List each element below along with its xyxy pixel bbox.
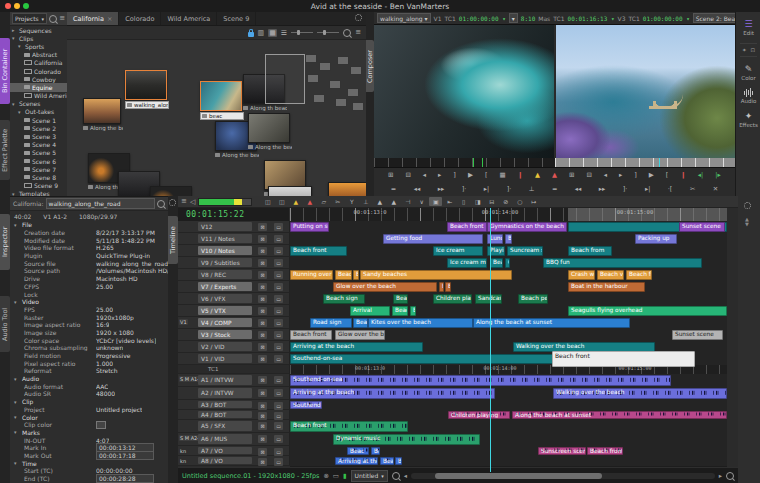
track-monitor-icon[interactable]: ▭ [274,402,283,410]
clip[interactable]: Beach front [290,421,408,433]
track-monitor-icon[interactable]: ▭ [274,389,283,397]
mini-clip-icon[interactable] [313,94,325,103]
clip[interactable]: Be [445,282,451,293]
clip[interactable]: Beach from [568,246,612,257]
bin-tab-colorado[interactable]: Colorado [119,12,161,25]
clip[interactable]: Beach front [447,222,487,233]
track-label[interactable]: A3 / BOT [198,401,252,408]
timeline-tool-button[interactable]: ◨ [471,197,484,206]
timeline-tool-button[interactable]: ∨ [415,197,428,206]
bin-clip-thumbnail[interactable]: beac [200,81,244,120]
dock-tab-bin-container[interactable]: Bin Container [0,38,10,104]
track-monitor-icon[interactable]: ⊠ [258,295,267,303]
track-label[interactable]: A4 / BOT [198,411,252,418]
clip[interactable]: Glow over the beach [333,282,437,293]
track-monitor-icon[interactable]: ▭ [274,223,283,231]
bin-tab-scene-9[interactable]: Scene 9 [217,12,256,25]
tool-icon[interactable]: ✦ [742,47,747,53]
clip[interactable]: Sunscreen scene [538,447,586,456]
clip[interactable]: Children playing [433,294,472,305]
clip[interactable]: Packing up [635,234,677,245]
clip[interactable]: Sandcastles [475,294,502,305]
clip[interactable]: Putting on sunglas [290,222,329,233]
bin-clip-thumbnail[interactable]: walking_along_the_road [125,70,169,109]
bin-tab-wild-america[interactable]: Wild America [161,12,217,25]
track-monitor-icon[interactable]: ▭ [274,295,283,303]
dock-tab-effect-palette[interactable]: Effect Palette [0,120,10,180]
zoom-fwd-icon[interactable]: ▸ [719,472,722,480]
search-icon[interactable] [49,15,57,23]
clip[interactable]: Be [395,457,402,466]
mini-icons[interactable]: ✦⊡ [736,47,760,53]
clip[interactable]: Seagulls flying overhead [568,306,727,317]
clip[interactable]: Boat in the harbour [568,282,645,293]
transport-button[interactable]: ▲ [552,172,557,179]
clip-name-field[interactable]: walking_along_the_road [46,198,155,209]
clip[interactable]: Be [371,447,380,456]
track-monitor-icon[interactable]: ⊠ [258,271,267,279]
transport-button[interactable]: [ [666,172,669,179]
menu-icon[interactable]: ≡ [59,15,65,22]
track-label[interactable]: V10 / Notes [198,246,252,255]
mini-clip-icon[interactable] [307,74,319,83]
transport-button[interactable]: ]· [623,186,628,193]
track-label[interactable]: V7 / Experts [198,282,252,291]
composer-dock-tab[interactable]: Composer [366,40,374,92]
mini-clip-icon[interactable] [319,62,331,71]
clip[interactable]: Beach front [290,330,332,341]
workspace-color-button[interactable]: ✎Color [736,64,760,81]
track-monitor-icon[interactable]: ⊠ [258,331,267,339]
track-header-v7[interactable]: V7 / Experts⊠▭ [178,281,290,293]
timeline-tool-button[interactable]: ⊥ [359,197,372,206]
clip[interactable]: Suncream scene [507,246,543,257]
sequence-selector[interactable]: Untitled▾ [351,470,388,482]
tool-icon[interactable]: ⊡ [751,47,756,53]
track-header-a1[interactable]: S M A1◂A1 / INTVW⊠▭ [178,374,290,387]
tree-item-scene-1[interactable]: Scene 1 [10,116,67,124]
timeline-tool-button[interactable]: ⊘ [499,197,512,206]
mini-clip-icon[interactable] [350,66,362,75]
section-header-audio[interactable]: ▾Audio [10,375,168,383]
track-header-v1[interactable]: V1 / VID⊠▭ [178,353,290,365]
clip[interactable]: Beach [335,270,352,281]
clip[interactable]: Southend-on-sea [290,375,671,387]
clip[interactable]: Along the beach at sunset [473,318,630,329]
track-monitor-icon[interactable]: ⊠ [258,376,267,384]
clip[interactable]: Beach view [597,270,624,281]
track-label[interactable]: A5 / SFX [198,421,252,431]
timeline-tool-button[interactable]: ▱ [317,197,330,206]
thumb-size-slider[interactable] [291,32,313,33]
record-position-bar[interactable] [555,158,736,167]
transport-button[interactable]: ▸▸ [438,186,445,193]
clip[interactable]: Beac [380,457,394,466]
track-monitor-icon[interactable]: ⊠ [258,448,267,456]
tree-item-sequences[interactable]: ▸Sequences [10,26,67,34]
mini-clip-icon[interactable] [305,54,317,63]
clip[interactable]: C [505,258,510,269]
track-monitor-icon[interactable]: ▭ [274,271,283,279]
clip[interactable]: Arriving at the be [335,457,378,466]
track-monitor-icon[interactable]: ⊠ [258,435,267,443]
track-header-a3[interactable]: A3 / BOT⊠▭ [178,400,290,410]
transport-button[interactable]: ]· [462,186,467,193]
track-header-a8[interactable]: knA8 / VO⊠▭ [178,456,290,466]
bin-frame-canvas[interactable]: Along the beacwalking_along_the_roadbeac… [67,40,366,198]
playhead[interactable] [490,208,491,472]
transport-button[interactable]: |▸ [715,172,720,179]
dock-tab-inspector[interactable]: Inspector [0,214,10,270]
clip[interactable]: Children playing [448,411,510,420]
timeline-dock-tab[interactable]: Timeline [168,216,178,264]
clip[interactable]: Be [410,306,416,317]
track-monitor-icon[interactable]: ⊠ [258,389,267,397]
tree-item-scene-3[interactable]: Scene 3 [10,132,67,140]
timeline-ruler[interactable]: 00:01:13:000:01:14:0000:01:15:00 [290,208,727,222]
gear-icon[interactable] [169,199,176,206]
bin-clip-thumbnail[interactable]: Along the beac [248,113,292,150]
transport-button[interactable]: ◂| [698,172,703,179]
dock-tab-audio-tool[interactable]: Audio Tool [0,296,10,352]
track-label[interactable]: A6 / MUS [198,434,252,444]
tree-item-colorado[interactable]: Colorado [10,67,67,75]
clip[interactable]: Glow over the beach [335,330,385,341]
transport-button[interactable]: ▸ [438,172,441,179]
inspector-search-icon[interactable] [157,200,165,208]
